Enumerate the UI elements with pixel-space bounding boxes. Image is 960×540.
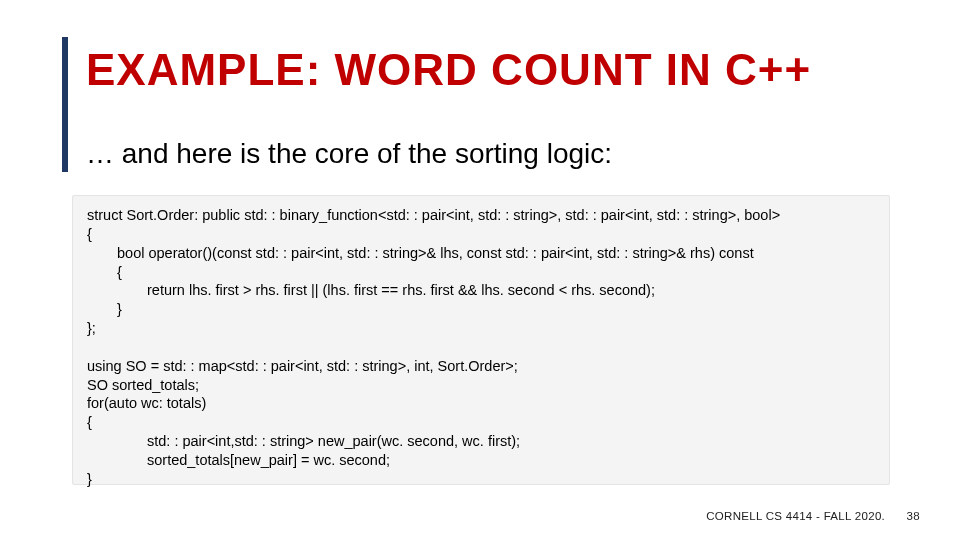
slide-title: EXAMPLE: WORD COUNT IN C++ bbox=[86, 45, 811, 95]
code-line: for(auto wc: totals) bbox=[87, 395, 206, 411]
code-line: } bbox=[87, 471, 92, 487]
code-line: struct Sort.Order: public std: : binary_… bbox=[87, 207, 780, 223]
slide-subtitle: … and here is the core of the sorting lo… bbox=[86, 138, 612, 170]
code-line: std: : pair<int,std: : string> new_pair(… bbox=[87, 432, 875, 451]
code-line: return lhs. first > rhs. first || (lhs. … bbox=[87, 281, 875, 300]
slide: EXAMPLE: WORD COUNT IN C++ … and here is… bbox=[0, 0, 960, 540]
code-line: sorted_totals[new_pair] = wc. second; bbox=[87, 451, 875, 470]
code-line: SO sorted_totals; bbox=[87, 377, 199, 393]
page-number: 38 bbox=[907, 510, 920, 522]
code-block: struct Sort.Order: public std: : binary_… bbox=[72, 195, 890, 485]
code-line: using SO = std: : map<std: : pair<int, s… bbox=[87, 358, 518, 374]
code-line: } bbox=[87, 300, 875, 319]
footer: CORNELL CS 4414 - FALL 2020. 38 bbox=[706, 510, 920, 522]
code-line: { bbox=[87, 226, 92, 242]
accent-bar bbox=[62, 37, 68, 172]
code-line bbox=[87, 339, 91, 355]
code-line: bool operator()(const std: : pair<int, s… bbox=[87, 244, 875, 263]
code-line: { bbox=[87, 414, 92, 430]
footer-course: CORNELL CS 4414 - FALL 2020. bbox=[706, 510, 885, 522]
code-line: }; bbox=[87, 320, 96, 336]
code-line: { bbox=[87, 263, 875, 282]
